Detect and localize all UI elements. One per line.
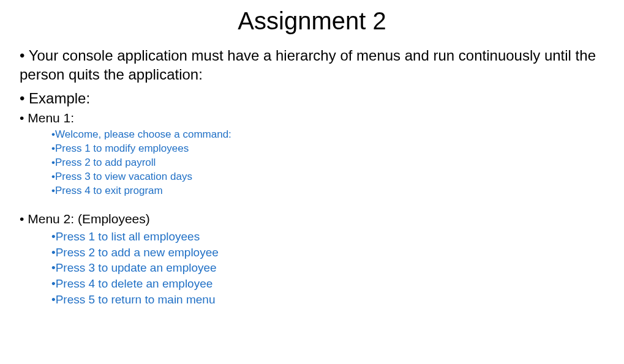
- menu1-item-text: Welcome, please choose a command:: [55, 128, 231, 140]
- menu2-item-text: Press 1 to list all employees: [56, 230, 200, 243]
- example-label-text: Example:: [29, 90, 90, 106]
- intro-text: Your console application must have a hie…: [20, 46, 604, 84]
- menu2-item: Press 5 to return to main menu: [51, 292, 604, 308]
- menu1-item: Welcome, please choose a command:: [51, 128, 604, 142]
- menu1-item-text: Press 1 to modify employees: [55, 143, 189, 154]
- intro-text-content: Your console application must have a hie…: [20, 47, 596, 83]
- menu1-item: Press 2 to add payroll: [51, 156, 604, 170]
- content-area: Your console application must have a hie…: [0, 46, 624, 307]
- menu2-item-text: Press 2 to add a new employee: [56, 246, 219, 259]
- menu2-label: Menu 2: (Employees): [20, 212, 604, 226]
- menu1-item: Press 1 to modify employees: [51, 142, 604, 156]
- menu2-item-text: Press 3 to update an employee: [56, 261, 217, 274]
- menu1-item-text: Press 4 to exit program: [55, 185, 163, 196]
- menu1-item: Press 3 to view vacation days: [51, 170, 604, 184]
- example-label: Example:: [20, 90, 604, 107]
- menu2-item: Press 1 to list all employees: [51, 229, 604, 245]
- menu1-item: Press 4 to exit program: [51, 184, 604, 198]
- menu1-item-text: Press 2 to add payroll: [55, 157, 156, 168]
- menu1-item-text: Press 3 to view vacation days: [55, 171, 192, 182]
- menu2-item-text: Press 5 to return to main menu: [56, 293, 216, 306]
- menu2-item: Press 4 to delete an employee: [51, 276, 604, 292]
- menu2-items: Press 1 to list all employees Press 2 to…: [20, 229, 604, 307]
- menu1-label-text: Menu 1:: [28, 111, 74, 125]
- menu2-label-text: Menu 2: (Employees): [28, 212, 150, 226]
- menu2-item-text: Press 4 to delete an employee: [56, 277, 213, 290]
- menu2-item: Press 3 to update an employee: [51, 260, 604, 276]
- menu2-item: Press 2 to add a new employee: [51, 245, 604, 261]
- menu1-label: Menu 1:: [20, 111, 604, 125]
- page-title: Assignment 2: [0, 7, 624, 35]
- menu1-items: Welcome, please choose a command: Press …: [20, 128, 604, 198]
